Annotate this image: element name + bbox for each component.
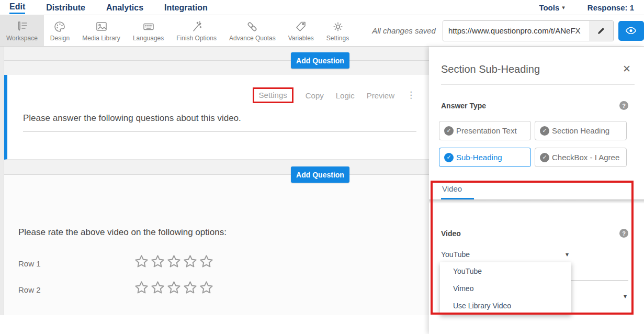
toolbar-item-label: Advance Quotas [229, 35, 276, 42]
toolbar-item-settings[interactable]: Settings [320, 15, 355, 46]
kebab-menu-icon[interactable]: ⋮ [406, 92, 415, 99]
toolbar-item-label: Settings [326, 35, 349, 42]
nav-tab-edit[interactable]: Edit [9, 1, 25, 14]
check-circle-icon: ✓ [444, 126, 454, 136]
video-source-dropdown-menu: YouTube Vimeo Use Library Video [440, 262, 571, 315]
question-block-subheading[interactable]: Settings Copy Logic Preview ⋮ Please ans… [4, 75, 429, 160]
survey-canvas: Add Question Settings Copy Logic Preview… [4, 47, 429, 315]
settings-annotation-red-box: Settings [253, 87, 293, 103]
star-rating-row-1 [134, 254, 214, 269]
star-icon[interactable] [199, 254, 214, 269]
nav-tab-integration[interactable]: Integration [164, 2, 208, 14]
star-icon[interactable] [150, 280, 165, 295]
edit-url-button[interactable] [589, 21, 613, 41]
star-icon[interactable] [150, 254, 165, 269]
save-status: All changes saved [372, 26, 436, 35]
questionpro-survey-editor: Edit Distribute Analytics Integration To… [0, 0, 644, 334]
add-question-button-middle[interactable]: Add Question [291, 166, 349, 183]
chevron-down-icon[interactable]: ▾ [566, 251, 569, 258]
question-copy-link[interactable]: Copy [306, 91, 324, 100]
answer-type-label-text: Presentation Text [456, 126, 517, 135]
settings-gear-icon [331, 20, 345, 34]
survey-url-box [443, 20, 614, 41]
finish-options-icon [190, 20, 204, 34]
star-icon[interactable] [134, 280, 149, 295]
workspace-icon [15, 20, 29, 34]
star-icon[interactable] [134, 254, 149, 269]
toolbar-item-finish-options[interactable]: Finish Options [170, 15, 223, 46]
answer-type-options: ✓ Presentation Text ✓ Section Heading ✓ … [439, 121, 627, 167]
toolbar-item-media-library[interactable]: Media Library [76, 15, 127, 46]
toolbar-item-workspace[interactable]: Workspace [0, 15, 44, 46]
toolbar-item-variables[interactable]: Variables [282, 15, 320, 46]
tab-video[interactable]: Video [442, 184, 462, 193]
star-icon[interactable] [199, 280, 214, 295]
question-settings-panel: Section Sub-Heading ✕ Answer Type ? ✓ Pr… [429, 47, 644, 334]
answer-type-sub-heading[interactable]: ✓ Sub-Heading [439, 148, 531, 167]
menu-item-vimeo[interactable]: Vimeo [440, 280, 571, 297]
video-source-select[interactable]: YouTube [441, 250, 470, 259]
chevron-down-icon[interactable]: ▾ [624, 293, 627, 300]
media-library-icon [95, 20, 108, 34]
rating-question-text[interactable]: Please rate the above video on the follo… [18, 227, 227, 238]
answer-type-presentation-text[interactable]: ✓ Presentation Text [439, 121, 531, 140]
question-action-bar: Settings Copy Logic Preview ⋮ [253, 87, 415, 103]
star-icon[interactable] [166, 254, 182, 269]
star-icon[interactable] [183, 254, 198, 269]
close-icon[interactable]: ✕ [623, 64, 631, 74]
eye-icon [626, 27, 636, 34]
tab-bar-shadow [429, 200, 644, 204]
question-preview-link[interactable]: Preview [367, 91, 394, 100]
check-circle-icon: ✓ [540, 153, 549, 162]
star-rating-row-2 [134, 280, 214, 295]
question-logic-link[interactable]: Logic [336, 91, 355, 100]
answer-type-label-text: Sub-Heading [456, 153, 502, 162]
content-left-gutter [0, 47, 4, 315]
star-icon[interactable] [166, 280, 182, 295]
survey-url-input[interactable] [443, 21, 589, 41]
languages-icon [142, 20, 155, 34]
toolbar-item-label: Finish Options [176, 35, 217, 42]
toolbar-item-label: Media Library [82, 35, 120, 42]
menu-item-youtube[interactable]: YouTube [440, 263, 571, 280]
design-icon [53, 20, 66, 34]
add-question-button-top[interactable]: Add Question [291, 52, 349, 69]
star-icon[interactable] [183, 280, 198, 295]
tools-menu[interactable]: Tools ▾ [539, 3, 564, 12]
answer-type-section-heading[interactable]: ✓ Section Heading [535, 121, 627, 140]
toolbar-item-label: Variables [288, 35, 314, 42]
nav-tab-distribute[interactable]: Distribute [46, 2, 85, 14]
toolbar-item-label: Workspace [6, 35, 38, 42]
answer-type-label-text: CheckBox - I Agree [552, 153, 619, 162]
help-icon[interactable]: ? [619, 229, 628, 238]
check-circle-icon: ✓ [444, 153, 454, 162]
check-circle-icon: ✓ [540, 126, 549, 136]
response-count[interactable]: Response: 1 [587, 3, 634, 12]
rating-row-label: Row 1 [18, 259, 41, 268]
preview-survey-button[interactable] [618, 21, 644, 41]
nav-tab-analytics[interactable]: Analytics [106, 2, 143, 14]
section-divider [4, 60, 429, 61]
toolbar-item-advance-quotas[interactable]: Advance Quotas [223, 15, 282, 46]
menu-item-use-library-video[interactable]: Use Library Video [440, 297, 571, 315]
help-icon[interactable]: ? [619, 101, 628, 110]
question-block-rating[interactable]: Please rate the above video on the follo… [4, 174, 429, 315]
answer-type-checkbox-i-agree[interactable]: ✓ CheckBox - I Agree [535, 148, 627, 167]
answer-type-label-text: Section Heading [552, 126, 609, 135]
subheading-question-text[interactable]: Please answer the following questions ab… [23, 113, 241, 124]
advance-quotas-icon [245, 20, 259, 34]
video-source-label: Video [441, 229, 461, 238]
toolbar: Workspace Design Media Library Languages… [0, 15, 644, 47]
toolbar-item-languages[interactable]: Languages [127, 15, 170, 46]
toolbar-item-design[interactable]: Design [44, 15, 76, 46]
variables-icon [294, 20, 308, 34]
text-field-underline [23, 131, 416, 132]
toolbar-item-label: Design [50, 35, 70, 42]
rating-row-label: Row 2 [18, 285, 41, 294]
tools-label: Tools [539, 3, 559, 12]
panel-divider [441, 84, 635, 85]
toolbar-item-label: Languages [133, 35, 164, 42]
panel-title: Section Sub-Heading [441, 63, 540, 75]
answer-type-label: Answer Type [441, 102, 486, 110]
question-settings-link[interactable]: Settings [259, 91, 287, 99]
